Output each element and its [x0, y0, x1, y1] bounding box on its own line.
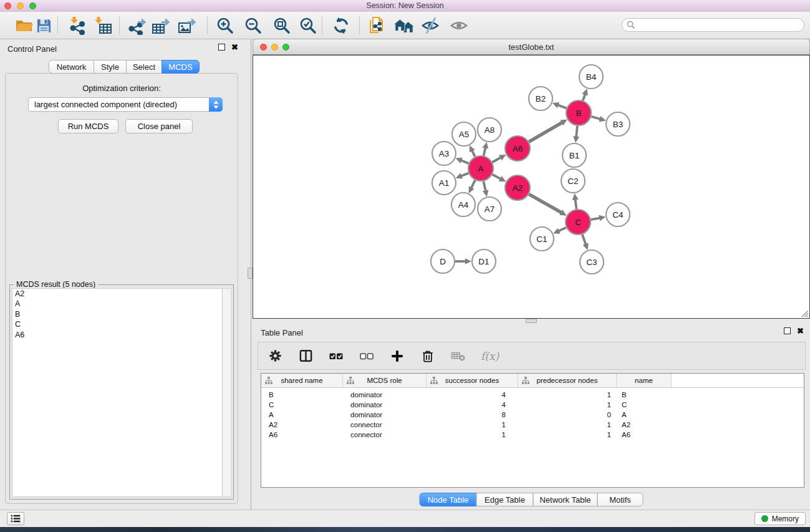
resize-grip-icon[interactable]: [800, 309, 809, 317]
result-item[interactable]: A: [12, 299, 223, 309]
table-row[interactable]: A2connector11A2: [261, 420, 804, 430]
tab-network[interactable]: Network: [49, 60, 94, 74]
graph-node-A1[interactable]: A1: [432, 171, 456, 195]
divider-handle[interactable]: [526, 319, 537, 323]
export-image-icon[interactable]: [176, 15, 198, 36]
graph-edge-A-A3[interactable]: [461, 160, 469, 163]
zoom-out-icon[interactable]: [243, 15, 264, 36]
graph-edge-C-C4[interactable]: [591, 218, 600, 220]
import-network-icon[interactable]: [67, 15, 88, 36]
float-panel-icon[interactable]: [218, 44, 225, 51]
graph-node-C3[interactable]: C3: [580, 250, 604, 274]
graph-node-C2[interactable]: C2: [561, 169, 585, 193]
graph-node-B[interactable]: B: [566, 100, 591, 125]
graph-node-B3[interactable]: B3: [606, 112, 630, 136]
graph-edge-B-B2[interactable]: [558, 105, 566, 109]
table-row[interactable]: Adominator80A: [261, 410, 804, 420]
save-session-icon[interactable]: [33, 15, 54, 36]
zoom-fit-icon[interactable]: [271, 15, 292, 36]
graph-edge-A-A6[interactable]: [492, 158, 500, 162]
graph-node-A5[interactable]: A5: [452, 122, 476, 146]
show-all-icon[interactable]: [448, 15, 470, 36]
graph-edge-A-A8[interactable]: [484, 148, 486, 155]
result-item[interactable]: C: [12, 319, 223, 329]
graph-edge-C-C2[interactable]: [576, 200, 577, 209]
result-item[interactable]: A2: [12, 289, 223, 299]
graph-node-B1[interactable]: B1: [562, 143, 586, 167]
select-all-rows-icon[interactable]: [328, 348, 344, 364]
add-row-icon[interactable]: [389, 348, 405, 364]
export-network-icon[interactable]: [127, 15, 148, 36]
graph-edge-A-A1[interactable]: [461, 173, 468, 176]
close-panel-button[interactable]: Close panel: [125, 119, 193, 133]
function-builder-icon[interactable]: f(x): [481, 350, 499, 362]
search-input[interactable]: [639, 20, 804, 30]
new-network-from-selection-icon[interactable]: [367, 15, 388, 36]
graph-node-A7[interactable]: A7: [478, 197, 501, 221]
graph-edge-A-A2[interactable]: [493, 175, 501, 179]
graph-edge-B-B4[interactable]: [583, 94, 585, 100]
graph-node-A3[interactable]: A3: [432, 142, 456, 165]
network-window-titlebar[interactable]: testGlobe.txt: [253, 39, 810, 55]
graph-edge-A-A7[interactable]: [483, 181, 485, 191]
graph-node-C1[interactable]: C1: [530, 227, 554, 251]
graph-edge-A-A5[interactable]: [472, 151, 475, 157]
graph-node-A[interactable]: A: [468, 156, 493, 181]
delete-row-icon[interactable]: [420, 348, 436, 364]
table-row[interactable]: A6connector11A6: [261, 430, 804, 440]
open-session-icon[interactable]: [14, 15, 35, 36]
select-stepper-icon[interactable]: [209, 97, 223, 112]
tab-node-table[interactable]: Node Table: [420, 493, 477, 506]
table-row[interactable]: Cdominator41C: [261, 400, 804, 410]
graph-node-A4[interactable]: A4: [451, 193, 475, 216]
show-columns-icon[interactable]: [297, 348, 314, 364]
result-scrollbar[interactable]: [222, 288, 231, 497]
graph-node-A6[interactable]: A6: [505, 136, 530, 161]
graph-edge-A-A4[interactable]: [471, 180, 475, 188]
column-header-successor-nodes[interactable]: successor nodes: [427, 374, 518, 387]
network-canvas[interactable]: AA1A2A3A4A5A6A7A8BB1B2B3B4CC1C2C3C4DD1: [253, 55, 810, 319]
import-table-icon[interactable]: [93, 15, 114, 36]
node-table[interactable]: shared name MCDS role successor nodes pr…: [261, 373, 804, 488]
column-header-shared-name[interactable]: shared name: [261, 374, 343, 387]
unselect-all-rows-icon[interactable]: [359, 348, 375, 364]
tab-network-table[interactable]: Network Table: [533, 493, 598, 506]
memory-button[interactable]: Memory: [755, 512, 806, 525]
tab-style[interactable]: Style: [94, 60, 127, 74]
run-mcds-button[interactable]: Run MCDS: [58, 119, 118, 133]
graph-node-B2[interactable]: B2: [529, 87, 552, 110]
close-panel-icon[interactable]: ✖: [231, 44, 238, 51]
graph-edge-B-B1[interactable]: [576, 126, 577, 137]
graph-node-C[interactable]: C: [566, 210, 591, 235]
result-item[interactable]: A6: [12, 330, 223, 340]
refresh-view-icon[interactable]: [330, 15, 352, 36]
zoom-selected-icon[interactable]: [297, 15, 319, 36]
graph-edge-B-B3[interactable]: [591, 117, 600, 119]
graph-node-D1[interactable]: D1: [472, 249, 496, 273]
graph-edge-C-C1[interactable]: [559, 228, 566, 231]
tab-select[interactable]: Select: [126, 60, 162, 74]
search-field[interactable]: [622, 18, 804, 32]
graph-edge-A6-B[interactable]: [529, 123, 562, 142]
column-settings-icon[interactable]: [267, 348, 283, 364]
graph-node-A8[interactable]: A8: [478, 118, 501, 142]
task-history-button[interactable]: [7, 512, 24, 525]
float-table-panel-icon[interactable]: [784, 327, 791, 334]
network-graph[interactable]: AA1A2A3A4A5A6A7A8BB1B2B3B4CC1C2C3C4DD1: [253, 56, 809, 318]
divider-handle[interactable]: [248, 268, 253, 279]
column-header-predecessor-nodes[interactable]: predecessor nodes: [518, 374, 617, 387]
graph-node-D[interactable]: D: [431, 249, 455, 273]
result-item[interactable]: B: [12, 309, 223, 319]
graph-node-A2[interactable]: A2: [505, 175, 530, 200]
tab-edge-table[interactable]: Edge Table: [476, 493, 534, 506]
tab-motifs[interactable]: Motifs: [597, 493, 644, 506]
destroy-table-icon[interactable]: [450, 348, 466, 364]
graph-edge-A2-C[interactable]: [529, 194, 561, 212]
zoom-in-icon[interactable]: [215, 15, 236, 36]
criterion-select[interactable]: largest connected component (directed): [28, 97, 223, 112]
mcds-result-list[interactable]: A2ABCA6: [12, 288, 223, 497]
first-neighbors-icon[interactable]: [393, 15, 415, 36]
export-table-icon[interactable]: [150, 15, 171, 36]
graph-node-C4[interactable]: C4: [606, 203, 630, 226]
column-header-mcds-role[interactable]: MCDS role: [343, 374, 427, 387]
